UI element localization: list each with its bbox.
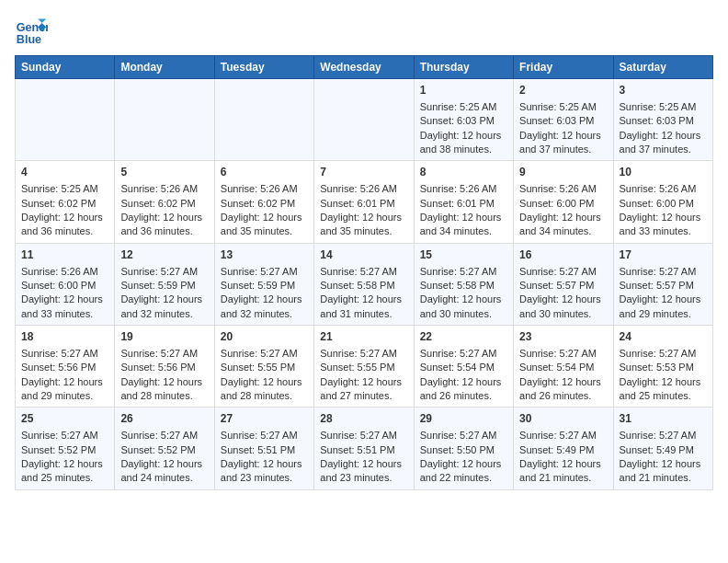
calendar-cell: 22Sunrise: 5:27 AMSunset: 5:54 PMDayligh… [414, 326, 513, 408]
day-info: Sunrise: 5:25 AM [21, 183, 98, 194]
day-info: Sunrise: 5:27 AM [519, 266, 597, 277]
day-number: 9 [519, 165, 607, 180]
calendar-cell: 11Sunrise: 5:26 AMSunset: 6:00 PMDayligh… [16, 243, 115, 325]
day-info: Sunset: 5:56 PM [21, 362, 96, 373]
calendar-cell: 21Sunrise: 5:27 AMSunset: 5:55 PMDayligh… [314, 326, 414, 408]
day-info: Sunrise: 5:27 AM [320, 430, 397, 441]
day-info: Daylight: 12 hours [120, 376, 202, 387]
day-info: Daylight: 12 hours [221, 458, 302, 469]
day-number: 29 [420, 411, 507, 427]
day-number: 21 [320, 329, 407, 345]
day-info: Sunrise: 5:27 AM [620, 430, 697, 441]
day-info: Sunset: 5:54 PM [519, 362, 594, 373]
day-info: Sunset: 6:00 PM [519, 198, 594, 209]
day-info: and 25 minutes. [620, 390, 691, 401]
day-info: and 36 minutes. [120, 225, 192, 236]
day-info: and 34 minutes. [519, 225, 591, 236]
day-number: 23 [519, 329, 607, 345]
day-info: and 29 minutes. [21, 390, 93, 401]
day-info: Daylight: 12 hours [21, 458, 103, 469]
day-info: and 28 minutes. [120, 390, 192, 401]
day-info: Sunrise: 5:27 AM [120, 266, 198, 277]
calendar-cell: 26Sunrise: 5:27 AMSunset: 5:52 PMDayligh… [115, 408, 214, 489]
day-info: Daylight: 12 hours [519, 130, 601, 141]
day-info: Daylight: 12 hours [519, 376, 601, 387]
day-info: and 23 minutes. [320, 472, 392, 483]
calendar-cell: 7Sunrise: 5:26 AMSunset: 6:01 PMDaylight… [314, 161, 414, 243]
day-info: Daylight: 12 hours [620, 458, 701, 469]
day-info: Sunset: 5:54 PM [420, 362, 495, 373]
calendar-cell: 30Sunrise: 5:27 AMSunset: 5:49 PMDayligh… [514, 408, 613, 489]
day-info: Sunrise: 5:26 AM [221, 183, 298, 194]
day-info: and 31 minutes. [320, 308, 392, 319]
day-info: Daylight: 12 hours [519, 293, 601, 304]
day-number: 7 [320, 165, 407, 180]
day-info: Sunset: 5:51 PM [221, 444, 295, 455]
calendar-cell: 15Sunrise: 5:27 AMSunset: 5:58 PMDayligh… [414, 243, 513, 325]
day-info: Daylight: 12 hours [420, 376, 502, 387]
calendar-cell: 17Sunrise: 5:27 AMSunset: 5:57 PMDayligh… [613, 243, 712, 325]
day-info: and 22 minutes. [420, 472, 492, 483]
day-info: Sunrise: 5:27 AM [620, 348, 697, 359]
day-info: and 27 minutes. [320, 390, 392, 401]
day-number: 26 [120, 411, 208, 427]
day-info: Sunrise: 5:25 AM [620, 101, 697, 112]
day-info: Sunset: 5:57 PM [620, 280, 694, 291]
calendar-cell [16, 79, 115, 161]
day-info: and 26 minutes. [420, 390, 492, 401]
day-info: Sunrise: 5:27 AM [519, 348, 597, 359]
day-number: 2 [519, 83, 607, 98]
day-info: Sunset: 6:03 PM [420, 115, 495, 126]
day-info: Sunset: 6:00 PM [620, 198, 694, 209]
day-info: Daylight: 12 hours [420, 130, 502, 141]
day-info: Sunset: 5:52 PM [120, 444, 195, 455]
day-info: and 34 minutes. [420, 225, 492, 236]
day-info: Sunrise: 5:27 AM [320, 348, 397, 359]
header-cell-saturday: Saturday [613, 56, 712, 79]
day-info: Sunrise: 5:27 AM [120, 430, 198, 441]
calendar-row-5: 25Sunrise: 5:27 AMSunset: 5:52 PMDayligh… [16, 408, 713, 489]
calendar-cell: 29Sunrise: 5:27 AMSunset: 5:50 PMDayligh… [414, 408, 513, 489]
day-info: Daylight: 12 hours [420, 212, 502, 223]
day-number: 27 [221, 411, 308, 427]
day-info: Sunset: 5:49 PM [620, 444, 694, 455]
day-info: Daylight: 12 hours [620, 212, 701, 223]
day-info: Sunset: 6:00 PM [21, 280, 96, 291]
day-info: Sunset: 5:52 PM [21, 444, 96, 455]
day-info: Sunset: 5:59 PM [221, 280, 295, 291]
day-number: 11 [21, 247, 108, 263]
day-info: Sunset: 5:56 PM [120, 362, 195, 373]
day-info: Daylight: 12 hours [320, 458, 402, 469]
day-number: 18 [21, 329, 108, 345]
day-number: 20 [221, 329, 308, 345]
day-info: Sunrise: 5:27 AM [320, 266, 397, 277]
calendar-cell: 24Sunrise: 5:27 AMSunset: 5:53 PMDayligh… [613, 326, 712, 408]
day-info: Sunrise: 5:27 AM [420, 266, 497, 277]
calendar-cell: 10Sunrise: 5:26 AMSunset: 6:00 PMDayligh… [613, 161, 712, 243]
header-cell-sunday: Sunday [16, 56, 115, 79]
day-info: Sunset: 6:03 PM [620, 115, 694, 126]
calendar-row-4: 18Sunrise: 5:27 AMSunset: 5:56 PMDayligh… [16, 326, 713, 408]
day-info: Sunset: 5:49 PM [519, 444, 594, 455]
day-number: 3 [620, 83, 707, 98]
calendar-table: SundayMondayTuesdayWednesdayThursdayFrid… [15, 55, 713, 490]
day-info: Sunset: 5:53 PM [620, 362, 694, 373]
day-info: Daylight: 12 hours [620, 130, 701, 141]
day-info: Sunrise: 5:25 AM [519, 101, 597, 112]
day-info: Sunrise: 5:27 AM [620, 266, 697, 277]
day-number: 5 [120, 165, 208, 180]
calendar-cell: 5Sunrise: 5:26 AMSunset: 6:02 PMDaylight… [115, 161, 214, 243]
day-number: 25 [21, 411, 108, 427]
page-header: General Blue [15, 15, 713, 48]
day-info: and 33 minutes. [620, 225, 691, 236]
day-info: and 29 minutes. [620, 308, 691, 319]
calendar-cell: 4Sunrise: 5:25 AMSunset: 6:02 PMDaylight… [16, 161, 115, 243]
day-info: Sunset: 6:01 PM [420, 198, 495, 209]
day-info: Sunrise: 5:27 AM [21, 430, 98, 441]
calendar-row-2: 4Sunrise: 5:25 AMSunset: 6:02 PMDaylight… [16, 161, 713, 243]
day-info: Daylight: 12 hours [120, 293, 202, 304]
day-number: 10 [620, 165, 707, 180]
day-number: 4 [21, 165, 108, 180]
day-info: and 30 minutes. [519, 308, 591, 319]
header-cell-wednesday: Wednesday [314, 56, 414, 79]
